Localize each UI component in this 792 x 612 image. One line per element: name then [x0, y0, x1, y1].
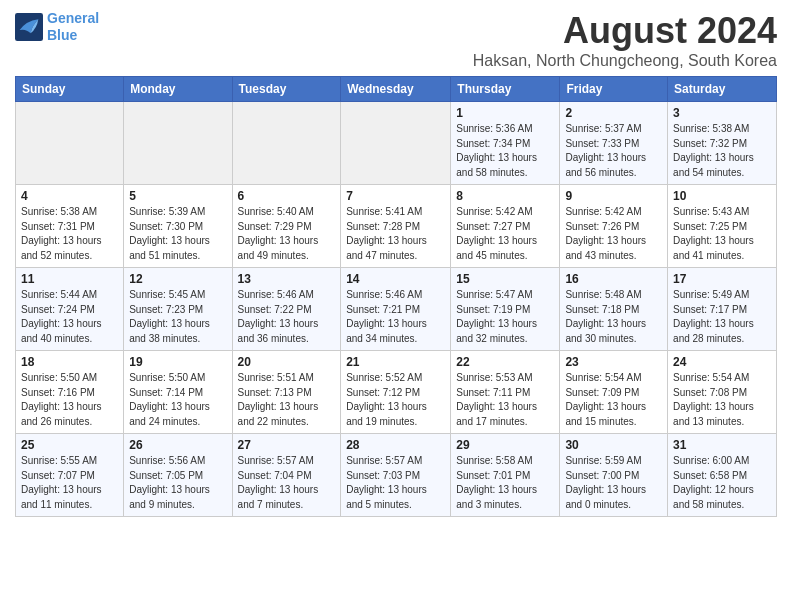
calendar-table: SundayMondayTuesdayWednesdayThursdayFrid…: [15, 76, 777, 517]
calendar-cell: 1Sunrise: 5:36 AMSunset: 7:34 PMDaylight…: [451, 102, 560, 185]
day-info: Sunrise: 5:58 AMSunset: 7:01 PMDaylight:…: [456, 454, 554, 512]
calendar-cell: 31Sunrise: 6:00 AMSunset: 6:58 PMDayligh…: [668, 434, 777, 517]
day-info: Sunrise: 5:43 AMSunset: 7:25 PMDaylight:…: [673, 205, 771, 263]
day-info: Sunrise: 5:48 AMSunset: 7:18 PMDaylight:…: [565, 288, 662, 346]
calendar-cell: 8Sunrise: 5:42 AMSunset: 7:27 PMDaylight…: [451, 185, 560, 268]
week-row-2: 4Sunrise: 5:38 AMSunset: 7:31 PMDaylight…: [16, 185, 777, 268]
day-info: Sunrise: 5:46 AMSunset: 7:21 PMDaylight:…: [346, 288, 445, 346]
calendar-cell: 24Sunrise: 5:54 AMSunset: 7:08 PMDayligh…: [668, 351, 777, 434]
day-number: 6: [238, 189, 336, 203]
calendar-cell: 12Sunrise: 5:45 AMSunset: 7:23 PMDayligh…: [124, 268, 232, 351]
calendar-cell: [124, 102, 232, 185]
day-number: 17: [673, 272, 771, 286]
calendar-cell: 18Sunrise: 5:50 AMSunset: 7:16 PMDayligh…: [16, 351, 124, 434]
day-info: Sunrise: 5:51 AMSunset: 7:13 PMDaylight:…: [238, 371, 336, 429]
day-info: Sunrise: 5:49 AMSunset: 7:17 PMDaylight:…: [673, 288, 771, 346]
calendar-cell: [232, 102, 341, 185]
day-number: 25: [21, 438, 118, 452]
day-info: Sunrise: 5:42 AMSunset: 7:27 PMDaylight:…: [456, 205, 554, 263]
calendar-cell: 5Sunrise: 5:39 AMSunset: 7:30 PMDaylight…: [124, 185, 232, 268]
day-number: 16: [565, 272, 662, 286]
location-title: Haksan, North Chungcheong, South Korea: [473, 52, 777, 70]
day-number: 30: [565, 438, 662, 452]
day-info: Sunrise: 5:38 AMSunset: 7:31 PMDaylight:…: [21, 205, 118, 263]
day-number: 7: [346, 189, 445, 203]
day-number: 4: [21, 189, 118, 203]
calendar-cell: 19Sunrise: 5:50 AMSunset: 7:14 PMDayligh…: [124, 351, 232, 434]
week-row-3: 11Sunrise: 5:44 AMSunset: 7:24 PMDayligh…: [16, 268, 777, 351]
weekday-header-friday: Friday: [560, 77, 668, 102]
month-title: August 2024: [473, 10, 777, 52]
day-info: Sunrise: 5:57 AMSunset: 7:04 PMDaylight:…: [238, 454, 336, 512]
day-number: 31: [673, 438, 771, 452]
day-info: Sunrise: 5:54 AMSunset: 7:09 PMDaylight:…: [565, 371, 662, 429]
day-info: Sunrise: 5:50 AMSunset: 7:14 PMDaylight:…: [129, 371, 226, 429]
calendar-cell: 28Sunrise: 5:57 AMSunset: 7:03 PMDayligh…: [341, 434, 451, 517]
weekday-header-saturday: Saturday: [668, 77, 777, 102]
day-info: Sunrise: 5:56 AMSunset: 7:05 PMDaylight:…: [129, 454, 226, 512]
day-info: Sunrise: 5:50 AMSunset: 7:16 PMDaylight:…: [21, 371, 118, 429]
calendar-cell: 13Sunrise: 5:46 AMSunset: 7:22 PMDayligh…: [232, 268, 341, 351]
calendar-cell: 27Sunrise: 5:57 AMSunset: 7:04 PMDayligh…: [232, 434, 341, 517]
day-info: Sunrise: 5:46 AMSunset: 7:22 PMDaylight:…: [238, 288, 336, 346]
week-row-5: 25Sunrise: 5:55 AMSunset: 7:07 PMDayligh…: [16, 434, 777, 517]
day-number: 21: [346, 355, 445, 369]
calendar-cell: 16Sunrise: 5:48 AMSunset: 7:18 PMDayligh…: [560, 268, 668, 351]
day-number: 8: [456, 189, 554, 203]
day-number: 10: [673, 189, 771, 203]
calendar-cell: 2Sunrise: 5:37 AMSunset: 7:33 PMDaylight…: [560, 102, 668, 185]
calendar-cell: 4Sunrise: 5:38 AMSunset: 7:31 PMDaylight…: [16, 185, 124, 268]
week-row-4: 18Sunrise: 5:50 AMSunset: 7:16 PMDayligh…: [16, 351, 777, 434]
weekday-header-thursday: Thursday: [451, 77, 560, 102]
day-info: Sunrise: 5:53 AMSunset: 7:11 PMDaylight:…: [456, 371, 554, 429]
calendar-cell: 25Sunrise: 5:55 AMSunset: 7:07 PMDayligh…: [16, 434, 124, 517]
logo-icon: [15, 13, 43, 41]
week-row-1: 1Sunrise: 5:36 AMSunset: 7:34 PMDaylight…: [16, 102, 777, 185]
day-number: 18: [21, 355, 118, 369]
day-info: Sunrise: 5:41 AMSunset: 7:28 PMDaylight:…: [346, 205, 445, 263]
calendar-cell: 20Sunrise: 5:51 AMSunset: 7:13 PMDayligh…: [232, 351, 341, 434]
day-info: Sunrise: 5:55 AMSunset: 7:07 PMDaylight:…: [21, 454, 118, 512]
day-number: 13: [238, 272, 336, 286]
day-info: Sunrise: 5:40 AMSunset: 7:29 PMDaylight:…: [238, 205, 336, 263]
day-info: Sunrise: 5:52 AMSunset: 7:12 PMDaylight:…: [346, 371, 445, 429]
day-number: 11: [21, 272, 118, 286]
day-number: 12: [129, 272, 226, 286]
day-info: Sunrise: 5:54 AMSunset: 7:08 PMDaylight:…: [673, 371, 771, 429]
logo-text: General Blue: [47, 10, 99, 44]
calendar-cell: 7Sunrise: 5:41 AMSunset: 7:28 PMDaylight…: [341, 185, 451, 268]
weekday-header-sunday: Sunday: [16, 77, 124, 102]
day-info: Sunrise: 5:36 AMSunset: 7:34 PMDaylight:…: [456, 122, 554, 180]
day-number: 3: [673, 106, 771, 120]
calendar-cell: 17Sunrise: 5:49 AMSunset: 7:17 PMDayligh…: [668, 268, 777, 351]
day-number: 24: [673, 355, 771, 369]
day-number: 23: [565, 355, 662, 369]
header: General Blue August 2024 Haksan, North C…: [15, 10, 777, 70]
day-number: 14: [346, 272, 445, 286]
logo: General Blue: [15, 10, 99, 44]
day-info: Sunrise: 6:00 AMSunset: 6:58 PMDaylight:…: [673, 454, 771, 512]
day-number: 29: [456, 438, 554, 452]
day-number: 27: [238, 438, 336, 452]
calendar-cell: [16, 102, 124, 185]
day-info: Sunrise: 5:47 AMSunset: 7:19 PMDaylight:…: [456, 288, 554, 346]
day-number: 5: [129, 189, 226, 203]
calendar-cell: [341, 102, 451, 185]
calendar-cell: 22Sunrise: 5:53 AMSunset: 7:11 PMDayligh…: [451, 351, 560, 434]
day-number: 22: [456, 355, 554, 369]
calendar-cell: 11Sunrise: 5:44 AMSunset: 7:24 PMDayligh…: [16, 268, 124, 351]
calendar-cell: 6Sunrise: 5:40 AMSunset: 7:29 PMDaylight…: [232, 185, 341, 268]
day-info: Sunrise: 5:38 AMSunset: 7:32 PMDaylight:…: [673, 122, 771, 180]
calendar-cell: 14Sunrise: 5:46 AMSunset: 7:21 PMDayligh…: [341, 268, 451, 351]
calendar-cell: 29Sunrise: 5:58 AMSunset: 7:01 PMDayligh…: [451, 434, 560, 517]
calendar-cell: 9Sunrise: 5:42 AMSunset: 7:26 PMDaylight…: [560, 185, 668, 268]
weekday-header-wednesday: Wednesday: [341, 77, 451, 102]
weekday-header-row: SundayMondayTuesdayWednesdayThursdayFrid…: [16, 77, 777, 102]
day-number: 19: [129, 355, 226, 369]
day-info: Sunrise: 5:37 AMSunset: 7:33 PMDaylight:…: [565, 122, 662, 180]
weekday-header-monday: Monday: [124, 77, 232, 102]
day-info: Sunrise: 5:44 AMSunset: 7:24 PMDaylight:…: [21, 288, 118, 346]
calendar-cell: 3Sunrise: 5:38 AMSunset: 7:32 PMDaylight…: [668, 102, 777, 185]
title-area: August 2024 Haksan, North Chungcheong, S…: [473, 10, 777, 70]
calendar-cell: 23Sunrise: 5:54 AMSunset: 7:09 PMDayligh…: [560, 351, 668, 434]
